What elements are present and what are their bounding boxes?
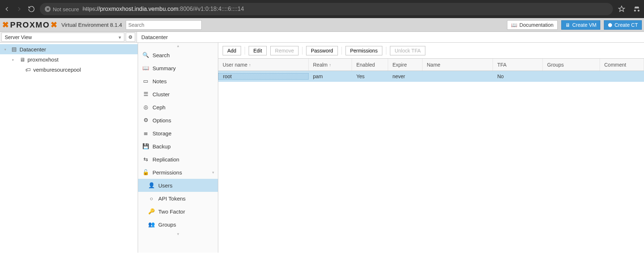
nav-item-cluster[interactable]: ☰Cluster (138, 88, 218, 101)
book-icon: 📖 (511, 22, 517, 28)
tree-item-datacenter[interactable]: ▾ ▤ Datacenter (0, 44, 138, 54)
tree-item-label: proxmoxhost (27, 56, 59, 63)
tree-expander-icon[interactable]: ▸ (12, 58, 17, 62)
cube-icon: ⬢ (608, 22, 612, 28)
warning-icon: ✕ (45, 6, 51, 12)
storage-icon: ≣ (142, 130, 149, 136)
reload-icon[interactable] (27, 5, 35, 13)
tree-settings-button[interactable]: ⚙ (126, 33, 135, 42)
nav-item-notes[interactable]: ▭Notes (138, 75, 218, 88)
separator (245, 47, 245, 55)
nav-item-api-tokens[interactable]: ○API Tokens (138, 192, 218, 205)
column-header-tfa[interactable]: TFA (493, 59, 543, 71)
user-icon: 👤 (148, 182, 155, 189)
tree-item-label: vemburesourcepool (33, 67, 81, 73)
version-label: Virtual Environment 8.1.4 (61, 22, 122, 28)
create-ct-button[interactable]: ⬢ Create CT (604, 20, 642, 30)
nav-scroll-down-icon[interactable]: ▾ (138, 231, 218, 237)
server-icon: 🖥 (19, 56, 25, 63)
edit-button[interactable]: Edit (249, 46, 267, 55)
browser-bar: ✕ Not secure https://proxmoxhost.india.v… (0, 0, 644, 18)
star-icon[interactable] (617, 5, 626, 13)
password-button[interactable]: Password (306, 46, 338, 55)
nav-item-users[interactable]: 👤Users (138, 179, 218, 192)
disk-icon: 💾 (142, 143, 149, 149)
nav-item-options[interactable]: ⚙Options (138, 114, 218, 127)
cell-username: root (218, 73, 309, 80)
unlock-tfa-button[interactable]: Unlock TFA (390, 46, 425, 55)
forward-icon[interactable] (15, 5, 23, 13)
column-header-realm[interactable]: Realm↑ (309, 59, 352, 71)
cluster-icon: ☰ (142, 91, 149, 97)
column-header-expire[interactable]: Expire (388, 59, 422, 71)
nav-item-groups[interactable]: 👥Groups (138, 218, 218, 231)
nav-scroll-up-icon[interactable]: ▴ (138, 43, 218, 49)
nav-item-storage[interactable]: ≣Storage (138, 127, 218, 140)
server-view-label: Server View (5, 34, 32, 40)
cell-realm: pam (309, 73, 352, 79)
chevron-down-icon: ▾ (119, 34, 121, 40)
url-text: https://proxmoxhost.india.vembu.com:8006… (83, 6, 244, 12)
subheader: Server View ▾ ⚙ Datacenter (0, 32, 644, 43)
app-header: ✖PROXMO✖ Virtual Environment 8.1.4 📖 Doc… (0, 18, 644, 32)
sort-asc-icon: ↑ (249, 63, 251, 67)
browser-right-controls (617, 5, 641, 13)
sort-asc-icon: ↑ (329, 63, 331, 67)
cell-tfa: No (493, 73, 543, 79)
nav-item-backup[interactable]: 💾Backup (138, 140, 218, 153)
url-bar[interactable]: ✕ Not secure https://proxmoxhost.india.v… (40, 3, 613, 15)
add-button[interactable]: Add (223, 46, 241, 55)
breadcrumb: Datacenter (137, 32, 644, 42)
separator (302, 47, 302, 55)
remove-button[interactable]: Remove (270, 46, 299, 55)
permissions-button[interactable]: Permissions (345, 46, 382, 55)
back-icon[interactable] (3, 5, 11, 13)
global-search-input[interactable] (126, 20, 202, 30)
unlock-icon: 🔓 (142, 169, 149, 176)
cell-expire: never (388, 73, 422, 79)
users-toolbar: Add Edit Remove Password Permissions Unl… (218, 43, 644, 59)
book-icon: 📖 (142, 65, 149, 71)
column-header-groups[interactable]: Groups (543, 59, 600, 71)
content: ▴ 🔍Search 📖Summary ▭Notes ☰Cluster ◎Ceph… (138, 43, 644, 253)
nav-item-summary[interactable]: 📖Summary (138, 62, 218, 75)
replication-icon: ⇆ (142, 156, 149, 163)
tree-item-node[interactable]: ▸ 🖥 proxmoxhost (0, 54, 138, 64)
token-icon: ○ (148, 195, 155, 202)
incognito-icon[interactable] (632, 5, 641, 13)
not-secure-label: Not secure (53, 6, 79, 12)
server-view-select[interactable]: Server View ▾ (1, 33, 124, 42)
nav-item-ceph[interactable]: ◎Ceph (138, 101, 218, 114)
separator (386, 47, 386, 55)
nav-item-two-factor[interactable]: 🔑Two Factor (138, 205, 218, 218)
detail-panel: Add Edit Remove Password Permissions Unl… (218, 43, 644, 253)
cell-enabled: Yes (352, 73, 388, 79)
tree-expander-icon[interactable]: ▾ (4, 47, 9, 51)
tree-item-pool[interactable]: 🏷 vemburesourcepool (0, 64, 138, 75)
monitor-icon: 🖥 (565, 22, 570, 28)
gear-icon: ⚙ (142, 117, 149, 123)
nav-item-search[interactable]: 🔍Search (138, 49, 218, 62)
table-row[interactable]: root pam Yes never No (218, 71, 644, 82)
config-nav: ▴ 🔍Search 📖Summary ▭Notes ☰Cluster ◎Ceph… (138, 43, 218, 253)
notes-icon: ▭ (142, 78, 149, 84)
create-vm-button[interactable]: 🖥 Create VM (561, 20, 601, 30)
users-grid: User name↑ Realm↑ Enabled Expire Name TF… (218, 59, 644, 253)
main: ▾ ▤ Datacenter ▸ 🖥 proxmoxhost 🏷 vembure… (0, 43, 644, 253)
tree-item-label: Datacenter (20, 46, 46, 52)
column-header-username[interactable]: User name↑ (218, 59, 309, 71)
nav-item-permissions[interactable]: 🔓Permissions (138, 166, 218, 179)
group-icon: 👥 (148, 221, 155, 228)
ceph-icon: ◎ (142, 104, 149, 110)
documentation-button[interactable]: 📖 Documentation (507, 20, 557, 30)
separator (342, 47, 342, 55)
column-header-name[interactable]: Name (422, 59, 493, 71)
resource-tree: ▾ ▤ Datacenter ▸ 🖥 proxmoxhost 🏷 vembure… (0, 43, 138, 253)
column-header-enabled[interactable]: Enabled (352, 59, 388, 71)
tag-icon: 🏷 (25, 67, 31, 73)
datacenter-icon: ▤ (11, 46, 17, 52)
not-secure-badge: ✕ Not secure (45, 6, 79, 12)
nav-item-replication[interactable]: ⇆Replication (138, 153, 218, 166)
column-header-comment[interactable]: Comment (600, 59, 644, 71)
key-icon: 🔑 (148, 208, 155, 215)
